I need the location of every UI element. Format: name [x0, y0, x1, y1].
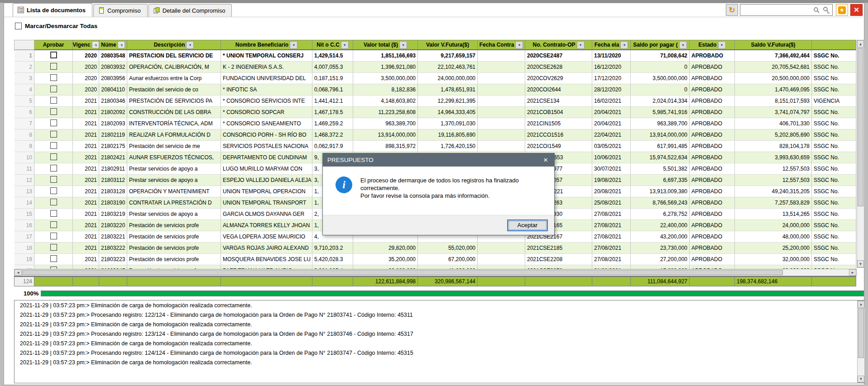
filter-dropdown-icon[interactable]: ▼ [515, 41, 523, 49]
row-checkbox[interactable] [50, 86, 57, 92]
row-checkbox[interactable] [50, 244, 57, 251]
row-checkbox[interactable] [50, 165, 57, 172]
row-checkbox[interactable] [50, 210, 57, 217]
favorites-button[interactable]: ★ [836, 4, 848, 16]
row-checkbox[interactable] [50, 63, 57, 70]
column-header-saldo[interactable]: Saldo por pagar (▼ [631, 40, 690, 50]
table-row[interactable]: 19202121803223Prestación de servicios pr… [14, 254, 856, 265]
table-row[interactable]: 6202121802092CONSTRUCCIÓN DE LAS OBRA* C… [14, 107, 856, 118]
cell-nit: 1,469,259.2 [312, 118, 353, 129]
search-next-icon[interactable] [823, 6, 830, 14]
row-checkbox[interactable] [50, 74, 57, 81]
row-checkbox[interactable] [50, 233, 57, 239]
column-header-valor_vfutura[interactable]: Valor V.Futura($) [418, 40, 478, 50]
row-checkbox[interactable] [50, 108, 57, 115]
table-row[interactable]: 1202020803548PRESTACION DEL SERVICIO DE*… [14, 50, 856, 62]
column-header-descripcion[interactable]: Descripción▼ [127, 40, 221, 50]
cell-estado: APROBADO [690, 141, 735, 152]
row-checkbox[interactable] [50, 142, 57, 149]
table-row[interactable]: 9202121802175Prestación del servicio de … [14, 141, 856, 152]
search-box [740, 4, 833, 16]
column-header-chk[interactable]: Aprobar [34, 40, 73, 50]
scroll-right-icon[interactable]: ► [849, 269, 856, 276]
cell-contrato: 2020CSE2628 [525, 62, 592, 73]
grid-vscrollbar[interactable]: ▲ ▼ [857, 40, 864, 268]
row-checkbox[interactable] [50, 221, 57, 228]
table-row[interactable]: 2202020803932OPERACIÓN, CALIBRACIÓN, MK … [14, 62, 856, 73]
row-checkbox[interactable] [50, 153, 57, 160]
scroll-left-icon[interactable]: ◄ [14, 269, 22, 276]
filter-dropdown-icon[interactable]: ▼ [718, 41, 726, 49]
filter-dropdown-icon[interactable]: ▼ [290, 41, 297, 49]
column-header-nit[interactable]: Nit o C.C▼ [312, 40, 353, 50]
cell-num: 17 [14, 231, 34, 243]
grid-hscrollbar[interactable]: ◄ ► [14, 269, 857, 276]
column-label: Saldo V.Futura($) [751, 42, 795, 48]
row-checkbox[interactable] [50, 255, 57, 262]
row-checkbox[interactable] [50, 119, 57, 126]
column-header-estado[interactable]: Estado▼ [690, 40, 735, 50]
column-header-fecha_contra[interactable]: Fecha Contra▼ [478, 40, 525, 50]
column-header-contrato[interactable]: No. Contrato-OP▼ [525, 40, 592, 50]
row-checkbox[interactable] [50, 187, 57, 194]
tab-lista-de-documentos[interactable]: Lista de documentos [13, 3, 92, 17]
table-row[interactable]: 4202020804110Prestación del servicio de … [14, 84, 856, 95]
cell-valor_total: 11,223,258,608 [353, 107, 418, 118]
cell-num: 18 [14, 243, 34, 254]
scroll-up-icon[interactable]: ▲ [857, 40, 864, 48]
info-icon: i [336, 176, 352, 193]
filter-dropdown-icon[interactable]: ▼ [186, 41, 194, 49]
scroll-up-icon[interactable]: ▲ [858, 301, 864, 308]
scroll-down-icon[interactable]: ▼ [858, 376, 864, 382]
column-header-extra[interactable] [812, 40, 856, 50]
table-row[interactable]: 8202121802119REALIZAR LA FORMULACIÓN DCO… [14, 129, 856, 141]
search-input[interactable] [740, 5, 810, 15]
table-row[interactable]: 3202020803956Aunar esfuerzos entre la Co… [14, 73, 856, 84]
aprobar-cell [34, 231, 73, 243]
search-icon[interactable] [813, 7, 820, 14]
table-row[interactable]: 18202121803222Prestación de servicios pr… [14, 243, 856, 254]
cell-valor_total: 35,200,000 [353, 254, 418, 265]
aprobar-cell [34, 73, 73, 84]
row-checkbox[interactable] [50, 131, 57, 138]
refresh-button[interactable]: ↻ [726, 4, 738, 16]
cell-vigencia: 2021 [73, 209, 99, 220]
cell-descripcion: AUNAR ESFUERZOS TÉCNICOS, [127, 152, 221, 163]
console-vscrollbar[interactable]: ▲ ▼ [857, 300, 865, 383]
column-header-numero[interactable]: Núme·1 [99, 40, 127, 50]
filter-dropdown-icon[interactable]: ▼ [620, 41, 628, 49]
filter-dropdown-icon[interactable]: ▼ [341, 41, 349, 49]
filter-dropdown-icon[interactable]: ▼ [399, 41, 407, 49]
column-header-fecha_ela[interactable]: Fecha ela▼ [592, 40, 631, 50]
marcar-todas-checkbox[interactable] [15, 23, 22, 29]
column-header-saldo_vf[interactable]: Saldo V.Futura($) [735, 40, 812, 50]
cell-num: 4 [14, 84, 34, 95]
exit-button[interactable]: ✕ [850, 4, 863, 16]
table-row[interactable]: 7202121802093INTERVENTORÍA TÉCNICA, ADM*… [14, 118, 856, 129]
grid-vscroll-thumb[interactable] [858, 48, 863, 206]
tab-compromiso[interactable]: Compromiso [93, 4, 148, 17]
tab-detalle-del-compromiso[interactable]: Detalle del Compromiso [149, 4, 232, 17]
column-header-vigencia[interactable]: Vigenc·1 [73, 40, 99, 50]
cell-fecha_contra [478, 84, 525, 95]
column-header-beneficiario[interactable]: Nombre Beneficiario▼ [221, 40, 312, 50]
row-checkbox[interactable] [50, 97, 57, 104]
column-header-valor_total[interactable]: Valor total ($)▼ [353, 40, 418, 50]
row-checkbox[interactable] [50, 52, 57, 58]
row-checkbox[interactable] [50, 199, 57, 205]
dialog-close-icon[interactable]: × [542, 156, 550, 164]
scroll-down-icon[interactable]: ▼ [857, 260, 864, 267]
dialog-titlebar[interactable]: PRESUPUESTO × [323, 153, 554, 167]
cell-extra: SSGC No. [812, 186, 856, 197]
cell-valor_total: 1,396,921,080 [353, 62, 418, 73]
filter-dropdown-icon[interactable]: ▼ [679, 41, 687, 49]
console-vscroll-thumb[interactable] [858, 308, 864, 358]
grid-hscroll-thumb[interactable] [22, 270, 783, 275]
cell-extra: VIGENCIA [812, 95, 856, 107]
filter-dropdown-icon[interactable]: ▼ [577, 41, 585, 49]
row-checkbox[interactable] [50, 176, 57, 183]
table-row[interactable]: 5202121800346PRESTACIÓN DE SERVICIOS PA*… [14, 95, 856, 107]
cell-numero: 21803222 [99, 243, 127, 254]
aceptar-button[interactable]: Aceptar [507, 219, 548, 231]
column-header-num[interactable] [14, 40, 34, 50]
